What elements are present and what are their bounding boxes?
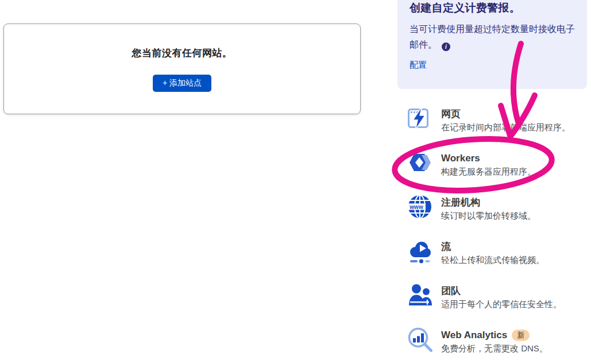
empty-sites-title: 您当前没有任何网站。 [132,47,233,60]
product-description: 轻松上传和流式传输视频。 [441,254,544,266]
product-description: 续订时以零加价转移域。 [441,210,536,222]
product-title: Workers [441,152,536,164]
product-description: 免费分析，无需更改 DNS。 [441,343,548,354]
product-title: 注册机构 [441,196,536,208]
web-analytics-icon [407,327,432,352]
billing-alert-title: 创建自定义计费警报。 [410,1,575,16]
product-title-text: Web Analytics [441,329,507,341]
product-title: 团队 [441,285,562,297]
product-description: 在记录时间内部署前端应用程序。 [441,122,570,133]
product-title: 网页 [441,108,570,120]
pages-icon [407,106,432,131]
registrar-globe-icon: www [407,194,432,219]
product-item-registrar[interactable]: www 注册机构 续订时以零加价转移域。 [397,194,588,226]
info-icon[interactable]: i [442,42,450,51]
product-title: Web Analytics新 [441,329,548,341]
product-item-stream[interactable]: 流 轻松上传和流式传输视频。 [397,238,588,270]
promo-sidebar: 创建自定义计费警报。 当可计费使用量超过特定数量时接收电子邮件。i 配置 网页 … [397,0,588,89]
configure-link[interactable]: 配置 [410,60,427,71]
product-item-teams[interactable]: 团队 适用于每个人的零信任安全性。 [397,282,588,315]
billing-alert-description-text: 当可计费使用量超过特定数量时接收电子邮件。 [410,24,575,49]
product-item-web-analytics[interactable]: Web Analytics新 免费分析，无需更改 DNS。 [397,327,588,359]
new-badge: 新 [512,330,530,341]
stream-icon [407,238,432,264]
product-item-workers[interactable]: Workers 构建无服务器应用程序。 [397,150,588,182]
registrar-www-label: www [409,204,423,210]
teams-icon [407,282,432,308]
product-title: 流 [441,241,544,253]
add-site-button[interactable]: + 添加站点 [153,75,211,92]
product-description: 构建无服务器应用程序。 [441,166,536,177]
billing-alert-card: 创建自定义计费警报。 当可计费使用量超过特定数量时接收电子邮件。i 配置 [397,0,587,89]
product-description: 适用于每个人的零信任安全性。 [441,299,562,310]
empty-sites-card: 您当前没有任何网站。 + 添加站点 [3,24,361,114]
product-item-pages[interactable]: 网页 在记录时间内部署前端应用程序。 [397,106,588,138]
billing-alert-description: 当可计费使用量超过特定数量时接收电子邮件。i [410,21,575,52]
workers-icon [407,150,432,175]
